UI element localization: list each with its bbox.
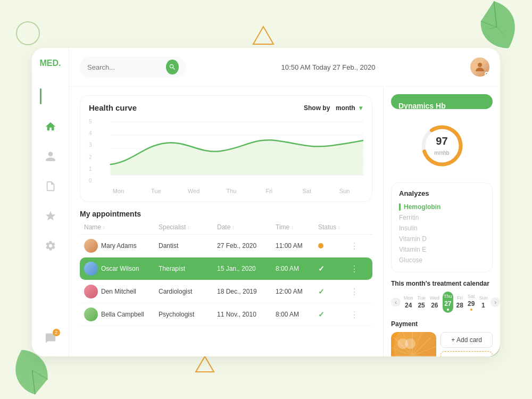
x-label-thu: Thu [213,188,251,194]
chart-period-arrow[interactable]: ▾ [359,104,362,112]
analyze-item-ferritin[interactable]: Ferritin [399,212,485,223]
content-body: Health curve Show by month ▾ 5 4 [69,87,500,356]
chart-show-by: Show by month ▾ [303,104,363,112]
table-row[interactable]: Mary Adams Dantist 27 Feb., 2020 11:00 A… [80,235,372,257]
row-more-bella[interactable]: ⋮ [350,310,361,320]
analyze-item-hemoglobin[interactable]: Hemoglobin [399,202,485,212]
sidebar: MED. 2 [32,48,69,356]
x-label-mon: Mon [99,188,137,194]
row-status-mary [318,243,350,248]
row-time-oscar: 8:00 AM [276,265,318,272]
avatar-oscar [84,262,98,276]
calendar-title: This month's treatment calendar [391,280,493,287]
x-label-sat: Sat [288,188,326,194]
row-time-bella: 8:00 AM [276,311,318,318]
calendar-prev[interactable]: ‹ [391,297,401,307]
chart-area: 5 4 3 2 1 0 [89,117,363,186]
th-specialist: Specialist ↕ [159,223,217,231]
health-curve-section: Health curve Show by month ▾ 5 4 [80,95,372,202]
cal-day-sun[interactable]: Sun 1 [478,293,488,311]
analyze-item-vitamin-d[interactable]: Vitamin D [399,234,485,244]
row-date-den: 18 Dec., 2019 [217,288,276,295]
analyze-item-vitamin-e[interactable]: Vitamin E [399,244,485,255]
delete-card-button[interactable]: × Delete card [440,351,493,356]
row-more-oscar[interactable]: ⋮ [350,264,361,274]
chart-header: Health curve Show by month ▾ [89,103,363,112]
sidebar-item-user[interactable] [43,149,58,164]
sidebar-item-messages[interactable]: 2 [43,331,58,346]
decorative-circle-tl [16,21,40,45]
gauge-number: 97 [435,135,450,147]
header-date: 10:50 AM Today 27 Feb., 2020 [195,63,462,71]
row-date-mary: 27 Feb., 2020 [217,242,276,250]
row-name-den: Den Mitchell [84,285,159,298]
avatar[interactable] [470,57,489,77]
row-time-mary: 11:00 AM [276,242,318,250]
right-panel: Dynamics Hb 97/mmhb below normal [383,87,500,356]
search-bar [80,56,186,78]
x-label-tue: Tue [137,188,175,194]
x-label-sun: Sun [326,188,363,194]
payment-title: Payment [391,320,493,328]
row-date-oscar: 15 Jan., 2020 [217,265,276,272]
payment-content: ●●●● ●●●● ●●●● 6389 Emma Robinson 01/24 [391,332,493,356]
analyze-active-bar [399,203,401,211]
y-label-4: 4 [89,130,97,136]
card-number: ●●●● ●●●● ●●●● 6389 [397,354,430,356]
gauge-card: 97 mmhb [391,117,493,175]
payment-section: Payment [391,320,493,356]
row-more-mary[interactable]: ⋮ [350,241,361,251]
gauge-value: 97 mmhb [435,135,450,157]
status-check-white: ✓ [318,264,325,273]
row-specialist-oscar: Therapist [159,265,217,272]
row-specialist-mary: Dantist [159,242,217,250]
avatar-mary [84,239,98,253]
search-input[interactable] [87,63,162,71]
chart-y-labels: 5 4 3 2 1 0 [89,119,97,184]
app-background: MED. 2 [0,0,532,399]
messages-badge: 2 [53,329,60,336]
dynamics-wave-icon [449,104,486,109]
table-row-active[interactable]: Oscar Wilson Therapist 15 Jan., 2020 8:0… [80,257,372,280]
table-header: Name ↕ Specialist ↕ Date ↕ Time ↕ Status… [80,223,372,235]
status-check-den: ✓ [318,287,325,296]
th-status: Status ↕ [318,223,350,231]
chart-svg [89,117,363,186]
add-card-button[interactable]: + Add card [440,332,493,348]
row-name-bella: Bella Campbell [84,307,159,321]
cal-day-sat[interactable]: Sat 29 [467,292,476,313]
cal-day-thu-today[interactable]: Thu 27 [443,292,453,313]
sidebar-item-home[interactable] [43,119,58,134]
avatar-status-dot [485,72,489,76]
cal-day-mon[interactable]: Mon 24 [403,293,414,311]
sidebar-item-document[interactable] [43,179,58,194]
analyze-item-insulin[interactable]: Insulin [399,223,485,234]
calendar-next[interactable]: › [491,297,500,307]
row-name-mary: Mary Adams [84,239,159,253]
cal-day-fri[interactable]: Fri 28 [455,293,464,311]
row-more-den[interactable]: ⋮ [350,287,361,297]
cal-day-tue[interactable]: Tue 25 [417,293,427,311]
appointments-section: My appointments Name ↕ Specialist ↕ Date… [80,210,372,348]
y-label-0: 0 [89,178,97,184]
table-row[interactable]: Bella Campbell Psychologist 11 Nov., 201… [80,303,372,326]
calendar-section: This month's treatment calendar ‹ Mon 24… [391,280,493,313]
search-button[interactable] [166,60,179,74]
row-status-oscar: ✓ [318,264,350,273]
content-area: 10:50 AM Today 27 Feb., 2020 Health curv… [69,48,500,356]
appointments-table: Name ↕ Specialist ↕ Date ↕ Time ↕ Status… [80,223,372,326]
y-label-1: 1 [89,166,97,172]
cal-sat-dot [470,309,472,311]
cal-today-dot [447,309,449,311]
decorative-triangle-top [251,24,276,46]
cal-day-wed[interactable]: Wed 26 [429,293,440,311]
sidebar-item-star[interactable] [43,209,58,223]
table-row[interactable]: Den Mitchell Cardiologist 18 Dec., 2019 … [80,280,372,303]
y-label-3: 3 [89,142,97,148]
sidebar-item-settings[interactable] [43,238,58,253]
row-specialist-den: Cardiologist [159,288,217,295]
th-more [350,223,361,231]
payment-actions: + Add card × Delete card [440,332,493,356]
calendar-row: ‹ Mon 24 Tue 25 Wed 26 [391,292,493,313]
analyze-item-glucose[interactable]: Glucose [399,255,485,265]
